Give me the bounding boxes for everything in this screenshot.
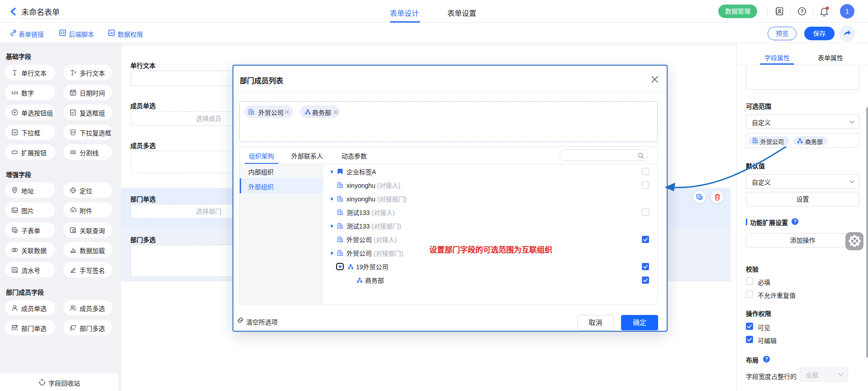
svg-text:?: ? — [801, 9, 804, 14]
svg-text:123: 123 — [11, 91, 18, 95]
